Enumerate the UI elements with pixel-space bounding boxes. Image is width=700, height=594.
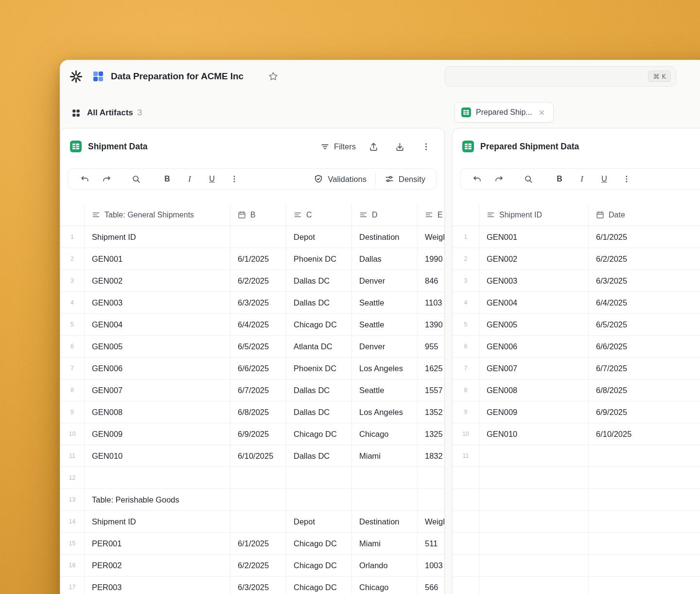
- cell[interactable]: GEN006: [479, 336, 589, 357]
- more-formatting-button[interactable]: [225, 171, 244, 187]
- row-number[interactable]: 10: [453, 423, 479, 445]
- column-header[interactable]: E: [418, 204, 445, 226]
- cell[interactable]: GEN010: [479, 423, 589, 445]
- bold-button[interactable]: B: [550, 171, 569, 187]
- column-header[interactable]: Date: [589, 204, 700, 226]
- cell[interactable]: 6/2/2025: [230, 555, 286, 576]
- row-number[interactable]: 1: [60, 226, 85, 248]
- cell[interactable]: [479, 511, 589, 532]
- row-number[interactable]: [453, 576, 479, 594]
- cell[interactable]: GEN005: [85, 336, 230, 357]
- cell[interactable]: Dallas: [352, 248, 418, 270]
- row-number[interactable]: 3: [453, 270, 479, 291]
- cell[interactable]: [230, 226, 286, 248]
- cell[interactable]: [589, 445, 700, 467]
- cell[interactable]: 6/2/2025: [230, 270, 286, 291]
- cell[interactable]: [286, 489, 352, 510]
- row-number[interactable]: 15: [60, 533, 85, 554]
- cell[interactable]: 566: [418, 576, 445, 594]
- find-button[interactable]: [127, 171, 145, 187]
- cell[interactable]: PER003: [85, 576, 230, 594]
- cell[interactable]: Phoenix DC: [286, 248, 352, 270]
- cell[interactable]: [230, 489, 286, 510]
- italic-button[interactable]: I: [573, 171, 591, 187]
- filters-button[interactable]: Filters: [320, 142, 356, 151]
- cell[interactable]: Denver: [352, 336, 418, 357]
- row-number[interactable]: 7: [453, 358, 479, 379]
- underline-button[interactable]: U: [595, 171, 613, 187]
- cell[interactable]: GEN008: [85, 401, 230, 423]
- cell[interactable]: Destination: [352, 226, 418, 248]
- row-number[interactable]: 9: [60, 401, 85, 423]
- cell[interactable]: Chicago: [352, 423, 418, 445]
- cell[interactable]: [589, 489, 700, 510]
- cell[interactable]: [286, 467, 352, 488]
- cell[interactable]: GEN003: [479, 270, 589, 291]
- cell[interactable]: 6/3/2025: [230, 292, 286, 313]
- cell[interactable]: [479, 555, 589, 576]
- cell[interactable]: Dallas DC: [286, 292, 352, 313]
- cell[interactable]: GEN007: [479, 358, 589, 379]
- cell[interactable]: 6/9/2025: [230, 423, 286, 445]
- cell[interactable]: GEN009: [479, 401, 589, 423]
- cell[interactable]: Miami: [352, 533, 418, 554]
- cell[interactable]: Phoenix DC: [286, 358, 352, 379]
- cell[interactable]: [589, 533, 700, 554]
- cell[interactable]: 511: [418, 533, 445, 554]
- column-header[interactable]: Table: General Shipments: [85, 204, 230, 226]
- cell[interactable]: [589, 555, 700, 576]
- cell[interactable]: Chicago DC: [286, 423, 352, 445]
- cell[interactable]: 1557: [418, 379, 445, 401]
- cell[interactable]: 6/9/2025: [589, 401, 700, 423]
- cell[interactable]: 1325: [418, 423, 445, 445]
- row-number[interactable]: [453, 533, 479, 554]
- favorite-star-button[interactable]: [266, 69, 280, 84]
- cell[interactable]: 6/7/2025: [589, 358, 700, 379]
- cell[interactable]: 1625: [418, 358, 445, 379]
- cell[interactable]: GEN004: [479, 292, 589, 313]
- cell[interactable]: Dallas DC: [286, 270, 352, 291]
- row-number[interactable]: 5: [453, 314, 479, 335]
- validations-button[interactable]: Validations: [310, 174, 370, 184]
- cell[interactable]: GEN001: [85, 248, 230, 270]
- cell[interactable]: GEN007: [85, 379, 230, 401]
- cell[interactable]: 6/8/2025: [230, 401, 286, 423]
- cell[interactable]: 955: [418, 336, 445, 357]
- more-options-button[interactable]: [417, 138, 435, 155]
- cell[interactable]: [479, 489, 589, 510]
- row-number[interactable]: 14: [60, 511, 85, 532]
- column-header[interactable]: B: [230, 204, 286, 226]
- row-number[interactable]: 16: [60, 555, 85, 576]
- cell[interactable]: [479, 467, 589, 488]
- cell[interactable]: Shipment ID: [85, 511, 230, 532]
- cell[interactable]: PER001: [85, 533, 230, 554]
- cell[interactable]: 6/7/2025: [230, 379, 286, 401]
- row-number[interactable]: [453, 489, 479, 510]
- cell[interactable]: 6/10/2025: [230, 445, 286, 467]
- row-number[interactable]: 4: [60, 292, 85, 313]
- cell[interactable]: 6/6/2025: [589, 336, 700, 357]
- cell[interactable]: GEN006: [85, 358, 230, 379]
- cell[interactable]: GEN004: [85, 314, 230, 335]
- cell[interactable]: [479, 576, 589, 594]
- cell[interactable]: GEN002: [479, 248, 589, 270]
- cell[interactable]: Los Angeles: [352, 358, 418, 379]
- cell[interactable]: Chicago DC: [286, 314, 352, 335]
- row-number[interactable]: [453, 511, 479, 532]
- row-number[interactable]: 17: [60, 576, 85, 594]
- row-number[interactable]: 3: [60, 270, 85, 291]
- cell[interactable]: PER002: [85, 555, 230, 576]
- cell[interactable]: 6/5/2025: [589, 314, 700, 335]
- density-button[interactable]: Density: [381, 174, 429, 184]
- cell[interactable]: Chicago DC: [286, 533, 352, 554]
- cell[interactable]: Chicago DC: [286, 576, 352, 594]
- underline-button[interactable]: U: [203, 171, 221, 187]
- undo-button[interactable]: [75, 171, 94, 187]
- row-number[interactable]: [453, 555, 479, 576]
- undo-button[interactable]: [468, 171, 486, 187]
- row-number[interactable]: [453, 467, 479, 488]
- cell[interactable]: 1390: [418, 314, 445, 335]
- cell[interactable]: Dallas DC: [286, 445, 352, 467]
- cell[interactable]: Weight: [418, 511, 445, 532]
- cell[interactable]: 1003: [418, 555, 445, 576]
